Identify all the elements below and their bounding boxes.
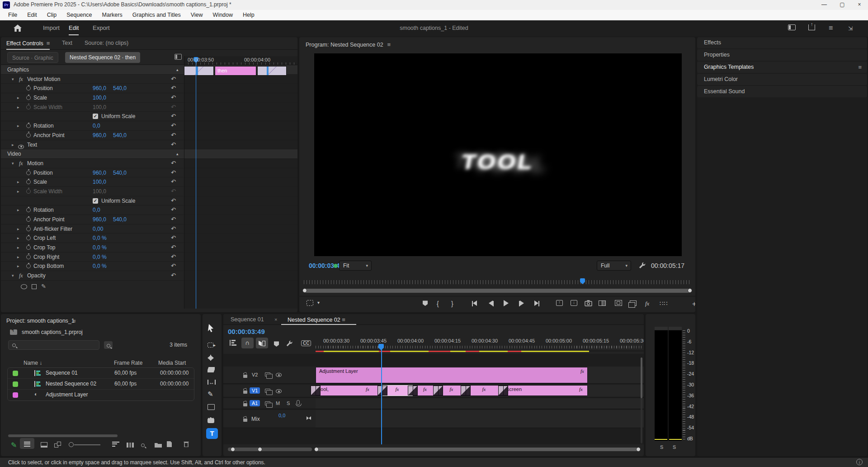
lock-icon[interactable] xyxy=(243,403,247,406)
tab-effect-controls[interactable]: Effect Controls ≡ xyxy=(6,40,50,47)
ecp-row-crop-top[interactable]: ▸Crop Top0,0 %↶ xyxy=(1,243,297,253)
icon-view-button[interactable] xyxy=(41,441,47,449)
fx-badge-toggle[interactable]: fx xyxy=(645,300,649,307)
param-value[interactable]: 0,0 % xyxy=(93,253,107,262)
param-value[interactable]: 100,0 xyxy=(93,187,106,196)
project-item-adjustment-layer[interactable]: ◐Adjustment Layer xyxy=(8,390,194,400)
window-titlebar[interactable]: Pr Adobe Premiere Pro 2025 - C:\Users\Ad… xyxy=(0,0,868,10)
export-frame-icon[interactable] xyxy=(585,300,592,308)
scroll-knob[interactable] xyxy=(302,288,307,293)
zoom-level-dropdown[interactable]: Fit▾ xyxy=(339,261,372,271)
lock-icon[interactable] xyxy=(243,375,247,378)
extract-button[interactable]: ↓ xyxy=(571,300,577,307)
stopwatch-icon[interactable] xyxy=(26,208,31,212)
reset-icon[interactable]: ↶ xyxy=(171,253,176,262)
reset-icon[interactable]: ↶ xyxy=(171,112,176,121)
chevron-icon[interactable]: ▸ xyxy=(12,140,14,150)
ecp-column-toggle-icon[interactable] xyxy=(175,54,182,60)
close-tab-icon[interactable]: × xyxy=(274,317,277,322)
reset-icon[interactable]: ↶ xyxy=(171,103,176,112)
tab-source[interactable]: Source: (no clips) xyxy=(85,40,128,46)
program-monitor-header[interactable]: Program: Nested Sequence 02 ≡ xyxy=(306,40,391,48)
reset-icon[interactable]: ↶ xyxy=(171,262,176,271)
param-value[interactable]: 540,0 xyxy=(113,215,127,224)
chevron-icon[interactable]: ▸ xyxy=(17,93,19,103)
step-forward-button[interactable] xyxy=(519,300,524,307)
settings-wrench-icon[interactable] xyxy=(638,262,646,269)
label-color-chip[interactable] xyxy=(13,371,18,376)
track-select-forward-tool[interactable]: ▸ xyxy=(208,341,216,349)
menu-file[interactable]: File xyxy=(4,12,22,18)
reset-icon[interactable]: ↶ xyxy=(171,196,176,206)
info-icon[interactable]: i xyxy=(856,459,863,465)
track-v2-header[interactable]: V2 xyxy=(223,367,316,383)
param-value[interactable]: 0,0 % xyxy=(93,234,107,243)
fx-badge[interactable]: fx xyxy=(580,368,584,374)
chevron-icon[interactable]: ▸ xyxy=(17,121,19,131)
track-mix-header[interactable]: Mix 0,0 xyxy=(223,410,316,428)
settings-menu-icon[interactable] xyxy=(307,300,313,307)
fx-badge[interactable]: fx xyxy=(450,386,453,392)
solo-left-button[interactable]: S xyxy=(660,444,663,450)
right-panel-lumetri-color[interactable]: Lumetri Color xyxy=(697,74,867,85)
ecp-row-anchor-point[interactable]: Anchor Point960,0540,0↶ xyxy=(1,215,297,224)
panel-menu-icon[interactable]: ≡ xyxy=(387,41,391,48)
home-icon[interactable] xyxy=(14,24,22,32)
delete-trash-icon[interactable] xyxy=(184,441,189,449)
menu-clip[interactable]: Clip xyxy=(42,12,61,18)
panel-menu-icon[interactable]: ≡ xyxy=(47,40,50,47)
stopwatch-icon[interactable] xyxy=(26,236,31,240)
stopwatch-icon[interactable] xyxy=(26,255,31,259)
fx-badge[interactable]: fx xyxy=(482,386,486,392)
timeline-vertical-scrollbar[interactable] xyxy=(641,357,642,443)
param-value[interactable]: 960,0 xyxy=(93,84,106,93)
ecp-row-anchor-point[interactable]: Anchor Point960,0540,0↶ xyxy=(1,131,297,140)
transition-icon[interactable] xyxy=(433,386,443,396)
menu-sequence[interactable]: Sequence xyxy=(62,12,96,18)
source-graphic-button[interactable]: Source · Graphic xyxy=(7,52,58,63)
rectangle-tool[interactable] xyxy=(208,404,215,412)
minimize-button[interactable]: — xyxy=(816,0,832,10)
chevron-icon[interactable]: ▾ xyxy=(12,75,14,84)
zoom-slider-handle[interactable] xyxy=(69,442,74,447)
step-back-button[interactable] xyxy=(489,300,494,307)
chevron-icon[interactable]: ▾ xyxy=(12,271,14,281)
zoom-slider-track[interactable] xyxy=(74,444,100,445)
snap-magnet-icon[interactable]: ∩ xyxy=(245,339,250,346)
track-a1-badge[interactable]: A1 xyxy=(250,400,260,406)
mark-out-button[interactable]: } xyxy=(451,300,453,307)
tab-nested-sequence-02[interactable]: Nested Sequence 02 ≡ xyxy=(288,316,345,323)
pen-mask-icon[interactable]: ✎ xyxy=(41,282,46,291)
reset-icon[interactable]: ↶ xyxy=(171,205,176,215)
track-v2-badge[interactable]: V2 xyxy=(250,372,260,378)
param-value[interactable]: 960,0 xyxy=(93,215,106,224)
project-breadcrumb[interactable]: smooth captions_1.prproj xyxy=(22,329,83,335)
linked-selection-icon[interactable] xyxy=(259,340,265,348)
mute-button[interactable]: M xyxy=(276,400,280,406)
stopwatch-icon[interactable] xyxy=(26,124,31,128)
ecp-row-motion[interactable]: ▾fxMotion↶ xyxy=(1,159,297,168)
stopwatch-icon[interactable] xyxy=(26,227,31,231)
project-item-nested-sequence-02[interactable]: Nested Sequence 0260,00 fps00:00:00:00 xyxy=(8,379,194,390)
fx-badge[interactable]: fx xyxy=(579,386,583,392)
ecp-keyframe-marker[interactable] xyxy=(267,67,269,75)
checkbox-uniform-scale[interactable]: ✓ xyxy=(93,198,98,204)
tab-text[interactable]: Text xyxy=(62,40,72,46)
ecp-row-masks[interactable]: ✎ xyxy=(1,281,297,290)
sync-lock-icon[interactable] xyxy=(265,401,270,405)
list-view-button[interactable] xyxy=(24,440,30,448)
timeline-ruler[interactable]: 00:00:03:3000:00:03:4500:00:04:0000:00:0… xyxy=(316,338,644,351)
reset-icon[interactable]: ↶ xyxy=(171,243,176,253)
ecp-row-position[interactable]: Position960,0540,0↶ xyxy=(1,168,297,178)
rectangle-mask-icon[interactable] xyxy=(32,284,37,289)
sync-lock-icon[interactable] xyxy=(265,389,270,393)
reset-icon[interactable]: ↶ xyxy=(171,159,176,168)
timeline-timecode[interactable]: 00:00:03:49 xyxy=(228,328,265,335)
freeform-view-button[interactable] xyxy=(54,441,61,449)
ecp-row-position[interactable]: Position960,0540,0↶ xyxy=(1,84,297,93)
fx-badge[interactable]: fx xyxy=(366,386,369,392)
ecp-row-vector-motion[interactable]: ▾fxVector Motion↶ xyxy=(1,75,297,84)
track-v1-header[interactable]: V1 xyxy=(223,385,316,397)
ecp-row-anti-flicker-filter[interactable]: ▸Anti-flicker Filter0,00↶ xyxy=(1,224,297,234)
chevron-icon[interactable]: ▸ xyxy=(17,234,19,243)
